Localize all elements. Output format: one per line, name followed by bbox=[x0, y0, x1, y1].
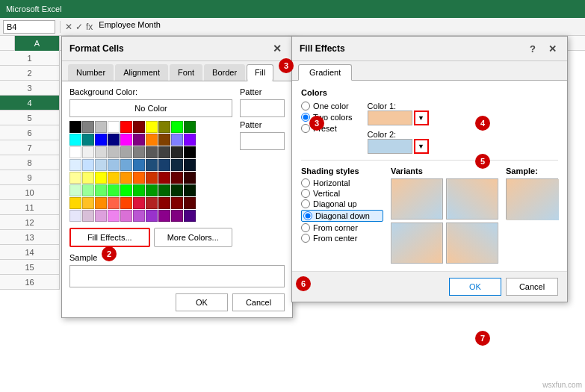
row-header-10[interactable]: 10 bbox=[0, 185, 60, 200]
color-swatch-41[interactable] bbox=[82, 172, 94, 184]
color-swatch-3[interactable] bbox=[108, 121, 120, 133]
from-center-option[interactable]: From center bbox=[301, 234, 383, 243]
tab-border[interactable]: Border bbox=[204, 64, 245, 81]
color-swatch-1[interactable] bbox=[82, 121, 94, 133]
color-swatch-2[interactable] bbox=[95, 121, 107, 133]
color-swatch-29[interactable] bbox=[184, 146, 196, 158]
color-swatch-40[interactable] bbox=[69, 172, 81, 184]
color-swatch-39[interactable] bbox=[184, 159, 196, 171]
fill-effects-ok-button[interactable]: OK bbox=[449, 278, 501, 296]
color-swatch-21[interactable] bbox=[82, 146, 94, 158]
color-swatch-18[interactable] bbox=[171, 134, 183, 146]
row-header-9[interactable]: 9 bbox=[0, 170, 60, 185]
color-swatch-22[interactable] bbox=[95, 146, 107, 158]
diagonal-down-radio[interactable] bbox=[303, 211, 312, 220]
row-header-12[interactable]: 12 bbox=[0, 215, 60, 230]
color-swatch-42[interactable] bbox=[95, 172, 107, 184]
diagonal-up-radio[interactable] bbox=[301, 199, 310, 208]
from-corner-option[interactable]: From corner bbox=[301, 223, 383, 232]
variant-4[interactable] bbox=[446, 223, 498, 264]
format-cells-close-icon[interactable]: ✕ bbox=[270, 41, 285, 56]
color-swatch-53[interactable] bbox=[108, 184, 120, 196]
color-swatch-60[interactable] bbox=[69, 197, 81, 209]
row-header-13[interactable]: 13 bbox=[0, 230, 60, 245]
row-header-8[interactable]: 8 bbox=[0, 155, 60, 170]
color-swatch-34[interactable] bbox=[120, 159, 132, 171]
color-swatch-20[interactable] bbox=[69, 146, 81, 158]
color-swatch-45[interactable] bbox=[133, 172, 145, 184]
color-swatch-62[interactable] bbox=[95, 197, 107, 209]
col-header-a[interactable]: A bbox=[15, 36, 60, 51]
color-swatch-59[interactable] bbox=[184, 184, 196, 196]
color-swatch-33[interactable] bbox=[108, 159, 120, 171]
color2-dropdown-button[interactable]: ▼ bbox=[414, 139, 429, 154]
tab-font[interactable]: Font bbox=[170, 64, 202, 81]
two-colors-radio[interactable] bbox=[301, 113, 310, 122]
color-swatch-69[interactable] bbox=[184, 197, 196, 209]
color-swatch-68[interactable] bbox=[171, 197, 183, 209]
color-swatch-46[interactable] bbox=[146, 172, 158, 184]
color-swatch-54[interactable] bbox=[120, 184, 132, 196]
fill-effects-button[interactable]: Fill Effects... bbox=[69, 228, 150, 247]
color-swatch-4[interactable] bbox=[120, 121, 132, 133]
cancel-formula-icon[interactable]: ✕ bbox=[65, 22, 72, 32]
two-colors-option[interactable]: Two colors bbox=[301, 113, 353, 122]
row-header-2[interactable]: 2 bbox=[0, 66, 60, 81]
tab-alignment[interactable]: Alignment bbox=[115, 64, 168, 81]
color-swatch-72[interactable] bbox=[95, 210, 107, 222]
color-swatch-17[interactable] bbox=[158, 134, 170, 146]
color-swatch-19[interactable] bbox=[184, 134, 196, 146]
color-swatch-63[interactable] bbox=[108, 197, 120, 209]
color-swatch-52[interactable] bbox=[95, 184, 107, 196]
tab-gradient[interactable]: Gradient bbox=[298, 64, 352, 81]
color-swatch-71[interactable] bbox=[82, 210, 94, 222]
one-color-option[interactable]: One color bbox=[301, 102, 353, 111]
format-cells-ok-button[interactable]: OK bbox=[176, 293, 228, 311]
row-header-6[interactable]: 6 bbox=[0, 125, 60, 140]
color-swatch-35[interactable] bbox=[133, 159, 145, 171]
one-color-radio[interactable] bbox=[301, 102, 310, 111]
color-swatch-56[interactable] bbox=[146, 184, 158, 196]
color-swatch-77[interactable] bbox=[158, 210, 170, 222]
color-swatch-36[interactable] bbox=[146, 159, 158, 171]
color-swatch-57[interactable] bbox=[158, 184, 170, 196]
color-swatch-49[interactable] bbox=[184, 172, 196, 184]
color-swatch-48[interactable] bbox=[171, 172, 183, 184]
format-cells-cancel-button[interactable]: Cancel bbox=[232, 293, 285, 311]
row-header-1[interactable]: 1 bbox=[0, 51, 60, 66]
color-swatch-24[interactable] bbox=[120, 146, 132, 158]
color-swatch-75[interactable] bbox=[133, 210, 145, 222]
color1-dropdown-button[interactable]: ▼ bbox=[414, 111, 429, 125]
color-swatch-13[interactable] bbox=[108, 134, 120, 146]
color-swatch-14[interactable] bbox=[120, 134, 132, 146]
color-swatch-6[interactable] bbox=[146, 121, 158, 133]
color-swatch-5[interactable] bbox=[133, 121, 145, 133]
variant-1[interactable] bbox=[391, 178, 443, 220]
no-color-button[interactable]: No Color bbox=[69, 99, 232, 117]
color-swatch-26[interactable] bbox=[146, 146, 158, 158]
formula-input[interactable]: Employee Month bbox=[96, 20, 582, 34]
color-swatch-47[interactable] bbox=[158, 172, 170, 184]
fill-effects-close-icon[interactable]: ✕ bbox=[545, 41, 560, 56]
tab-number[interactable]: Number bbox=[68, 64, 114, 81]
color-swatch-79[interactable] bbox=[184, 210, 196, 222]
variant-2[interactable] bbox=[446, 178, 498, 220]
color-swatch-25[interactable] bbox=[133, 146, 145, 158]
color-swatch-10[interactable] bbox=[69, 134, 81, 146]
color-swatch-8[interactable] bbox=[171, 121, 183, 133]
color-swatch-51[interactable] bbox=[82, 184, 94, 196]
row-header-3[interactable]: 3 bbox=[0, 81, 60, 96]
color-swatch-73[interactable] bbox=[108, 210, 120, 222]
tab-fill[interactable]: Fill bbox=[247, 64, 273, 81]
row-header-5[interactable]: 5 bbox=[0, 111, 60, 125]
color-swatch-27[interactable] bbox=[158, 146, 170, 158]
row-header-11[interactable]: 11 bbox=[0, 200, 60, 215]
fill-effects-cancel-button[interactable]: Cancel bbox=[506, 278, 558, 296]
color-swatch-44[interactable] bbox=[120, 172, 132, 184]
color-swatch-31[interactable] bbox=[82, 159, 94, 171]
row-header-16[interactable]: 16 bbox=[0, 275, 60, 290]
color-swatch-64[interactable] bbox=[120, 197, 132, 209]
color-swatch-67[interactable] bbox=[158, 197, 170, 209]
color-swatch-66[interactable] bbox=[146, 197, 158, 209]
color-swatch-70[interactable] bbox=[69, 210, 81, 222]
